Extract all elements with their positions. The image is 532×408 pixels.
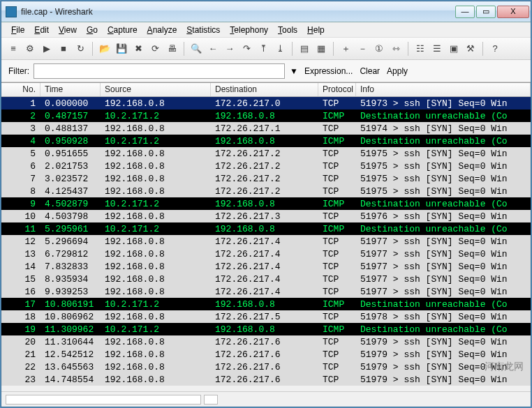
- go-to-button[interactable]: ↷: [239, 41, 254, 56]
- cell-src: 192.168.0.8: [101, 235, 211, 248]
- packet-row[interactable]: 40.95092810.2.171.2192.168.0.8ICMPDestin…: [1, 135, 531, 147]
- menu-help[interactable]: Help: [303, 24, 329, 36]
- cell-dst: 172.26.217.2: [211, 172, 318, 186]
- packet-row[interactable]: 104.503798192.168.0.8172.26.217.3TCP5197…: [1, 210, 531, 222]
- cell-no: 18: [1, 310, 40, 324]
- window-buttons: — ▭ X: [455, 6, 529, 18]
- col-header-destination[interactable]: Destination: [211, 83, 318, 96]
- packet-row[interactable]: 125.296694192.168.0.8172.26.217.4TCP5197…: [1, 235, 531, 248]
- packet-row[interactable]: 147.832833192.168.0.8172.26.217.4TCP5197…: [1, 260, 531, 273]
- col-header-source[interactable]: Source: [101, 83, 211, 96]
- packet-row[interactable]: 50.951655192.168.0.8172.26.217.2TCP51975…: [1, 147, 531, 160]
- cell-dst: 192.168.0.8: [211, 109, 318, 123]
- cell-time: 8.935934: [40, 273, 101, 286]
- filter-dropdown-icon[interactable]: ▼: [289, 66, 299, 76]
- packet-row[interactable]: 62.021753192.168.0.8172.26.217.2TCP51975…: [1, 160, 531, 172]
- menu-statistics[interactable]: Statistics: [182, 24, 224, 36]
- preferences-button[interactable]: ⚒: [463, 41, 478, 56]
- auto-scroll-button[interactable]: ▦: [313, 41, 329, 56]
- cell-info: Destination unreachable (Co: [356, 135, 531, 148]
- menu-telephony[interactable]: Telephony: [226, 24, 272, 36]
- menu-file[interactable]: File: [7, 24, 29, 36]
- packet-row[interactable]: 169.939253192.168.0.8172.26.217.4TCP5197…: [1, 285, 531, 298]
- save-file-button[interactable]: 💾: [114, 41, 129, 56]
- cell-src: 192.168.0.8: [101, 97, 211, 110]
- cell-no: 11: [1, 222, 40, 236]
- cell-src: 10.2.171.2: [101, 222, 211, 236]
- cell-dst: 192.168.0.8: [211, 298, 318, 311]
- packet-row[interactable]: 10.000000192.168.0.8172.26.217.0TCP51973…: [1, 97, 531, 109]
- filter-label: Filter:: [8, 66, 29, 76]
- cell-info: Destination unreachable (Co: [356, 298, 531, 311]
- go-forward-button[interactable]: →: [222, 41, 237, 56]
- expression-button[interactable]: Expression...: [303, 66, 354, 76]
- coloring-rules-button[interactable]: ▣: [446, 41, 461, 56]
- zoom-out-button[interactable]: －: [355, 41, 370, 56]
- packet-row[interactable]: 84.125437192.168.0.8172.26.217.2TCP51975…: [1, 185, 531, 197]
- resize-columns-button[interactable]: ⇿: [388, 41, 404, 56]
- menu-capture[interactable]: Capture: [103, 24, 142, 36]
- menu-analyze[interactable]: Analyze: [143, 24, 182, 36]
- list-interfaces-button[interactable]: ≡: [6, 41, 21, 56]
- cell-dst: 192.168.0.8: [211, 323, 318, 336]
- capture-options-button[interactable]: ⚙: [22, 41, 38, 56]
- close-file-button[interactable]: ✖: [131, 41, 146, 56]
- packet-row[interactable]: 158.935934192.168.0.8172.26.217.4TCP5197…: [1, 273, 531, 285]
- apply-button[interactable]: Apply: [385, 66, 409, 76]
- open-file-button[interactable]: 📂: [97, 41, 112, 56]
- stop-capture-button[interactable]: ■: [56, 41, 71, 56]
- clear-button[interactable]: Clear: [358, 66, 381, 76]
- packet-row[interactable]: 1810.806962192.168.0.8172.26.217.5TCP519…: [1, 310, 531, 323]
- packet-row[interactable]: 94.50287910.2.171.2192.168.0.8ICMPDestin…: [1, 197, 531, 210]
- cell-proto: ICMP: [318, 197, 356, 211]
- restart-capture-button[interactable]: ↻: [73, 41, 88, 56]
- go-last-button[interactable]: ⤓: [272, 41, 288, 56]
- packet-row[interactable]: 136.729812192.168.0.8172.26.217.4TCP5197…: [1, 248, 531, 260]
- maximize-button[interactable]: ▭: [476, 6, 496, 18]
- packet-row[interactable]: 30.488137192.168.0.8172.26.217.1TCP51974…: [1, 122, 531, 135]
- menu-edit[interactable]: Edit: [30, 24, 53, 36]
- close-button[interactable]: X: [497, 6, 529, 18]
- zoom-reset-button[interactable]: ①: [371, 41, 387, 56]
- packet-row[interactable]: 2011.310644192.168.0.8172.26.217.6TCP519…: [1, 335, 531, 348]
- toolbar-separator: [408, 42, 408, 56]
- cell-src: 192.168.0.8: [101, 373, 211, 386]
- cell-proto: TCP: [318, 335, 356, 349]
- cell-dst: 172.26.217.4: [211, 248, 318, 261]
- find-button[interactable]: 🔍: [189, 41, 204, 56]
- cell-src: 10.2.171.2: [101, 298, 211, 311]
- minimize-button[interactable]: —: [455, 6, 475, 18]
- cell-dst: 172.26.217.4: [211, 260, 318, 273]
- help-button[interactable]: ?: [487, 41, 503, 56]
- packet-row[interactable]: 2112.542512192.168.0.8172.26.217.6TCP519…: [1, 348, 531, 361]
- reload-button[interactable]: ⟳: [147, 41, 163, 56]
- menu-go[interactable]: Go: [82, 24, 102, 36]
- filter-input[interactable]: [34, 63, 285, 79]
- menu-view[interactable]: View: [54, 24, 81, 36]
- zoom-in-button[interactable]: ＋: [338, 41, 353, 56]
- cell-dst: 172.26.217.6: [211, 335, 318, 349]
- col-header-time[interactable]: Time: [40, 83, 101, 96]
- packet-row[interactable]: 1911.30996210.2.171.2192.168.0.8ICMPDest…: [1, 323, 531, 335]
- col-header-protocol[interactable]: Protocol: [318, 83, 356, 96]
- cell-time: 14.748554: [40, 373, 101, 386]
- capture-filters-button[interactable]: ☷: [413, 41, 428, 56]
- cell-no: 14: [1, 260, 40, 273]
- menu-tools[interactable]: Tools: [274, 24, 302, 36]
- print-button[interactable]: 🖶: [164, 41, 179, 56]
- display-filters-button[interactable]: ☰: [429, 41, 445, 56]
- packet-row[interactable]: 2314.748554192.168.0.8172.26.217.6TCP519…: [1, 373, 531, 386]
- packet-row[interactable]: 1710.80619110.2.171.2192.168.0.8ICMPDest…: [1, 298, 531, 310]
- start-capture-button[interactable]: ▶: [39, 41, 54, 56]
- go-first-button[interactable]: ⤒: [256, 41, 271, 56]
- colorize-button[interactable]: ▤: [297, 41, 312, 56]
- packet-row[interactable]: 20.48715710.2.171.2192.168.0.8ICMPDestin…: [1, 109, 531, 122]
- col-header-info[interactable]: Info: [356, 83, 531, 96]
- packet-row[interactable]: 73.023572192.168.0.8172.26.217.2TCP51975…: [1, 172, 531, 185]
- statusbar: [1, 391, 531, 407]
- col-header-no[interactable]: No.: [1, 83, 40, 96]
- packet-row[interactable]: 2213.645563192.168.0.8172.26.217.6TCP519…: [1, 361, 531, 373]
- packet-rows[interactable]: 10.000000192.168.0.8172.26.217.0TCP51973…: [1, 97, 531, 391]
- packet-row[interactable]: 115.29596110.2.171.2192.168.0.8ICMPDesti…: [1, 222, 531, 235]
- go-back-button[interactable]: ←: [205, 41, 221, 56]
